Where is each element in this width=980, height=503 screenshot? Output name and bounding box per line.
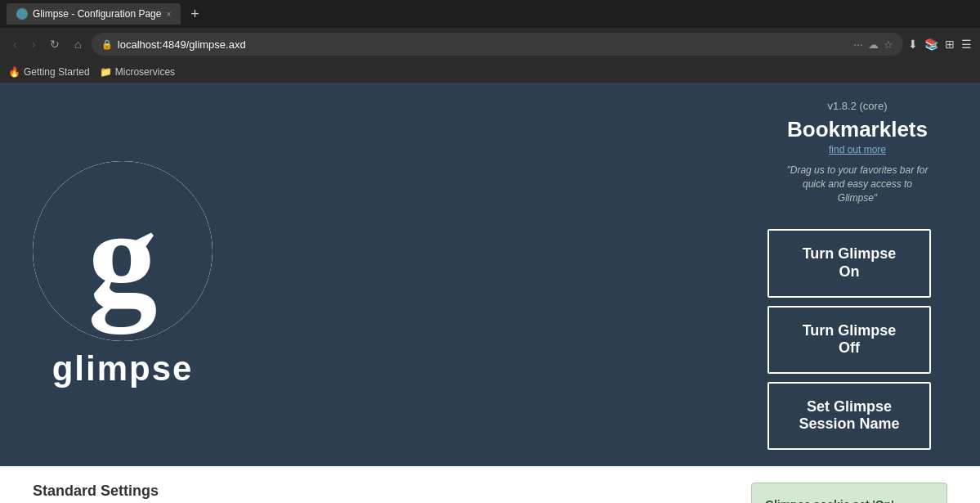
settings-title: Standard Settings bbox=[33, 483, 718, 500]
bookmark-getting-started[interactable]: 🔥 Getting Started bbox=[8, 66, 90, 78]
page-content: g glimpse v1.8.2 (core) Bookmarklets fin… bbox=[0, 83, 980, 503]
forward-button[interactable]: › bbox=[27, 34, 41, 54]
browser-window: Glimpse - Configuration Page × + ‹ › ↻ ⌂… bbox=[0, 0, 980, 503]
tab-close-button[interactable]: × bbox=[166, 10, 171, 19]
bookmarks-bar: 🔥 Getting Started 📁 Microservices bbox=[0, 61, 980, 83]
settings-section: Standard Settings Tabs: Glimpse.AspNet (… bbox=[0, 466, 980, 503]
cookie-notice-title: Glimpse cookie set 'On' bbox=[765, 496, 933, 503]
find-out-more-link[interactable]: find out more bbox=[784, 144, 931, 155]
address-input[interactable] bbox=[118, 38, 849, 51]
bookmarklets-title: Bookmarklets bbox=[784, 117, 931, 142]
cookie-notice: Glimpse cookie set 'On' When you go back… bbox=[751, 483, 947, 503]
logo-text-label: glimpse bbox=[52, 349, 194, 388]
back-button[interactable]: ‹ bbox=[8, 34, 22, 54]
turn-glimpse-on-button[interactable]: Turn GlimpseOn bbox=[767, 229, 931, 297]
address-bar[interactable]: 🔒 ··· ☁ ☆ bbox=[92, 33, 903, 56]
library-button[interactable]: 📚 bbox=[924, 38, 938, 51]
bookmark-star-button[interactable]: ☆ bbox=[884, 38, 893, 51]
hero-right-panel: v1.8.2 (core) Bookmarklets find out more… bbox=[767, 100, 931, 450]
active-tab[interactable]: Glimpse - Configuration Page × bbox=[7, 3, 181, 25]
svg-text:g: g bbox=[88, 181, 158, 335]
set-glimpse-session-name-button[interactable]: Set GlimpseSession Name bbox=[767, 382, 931, 450]
microservices-icon: 📁 bbox=[100, 66, 112, 78]
tab-title: Glimpse - Configuration Page bbox=[33, 8, 161, 20]
nav-bar: ‹ › ↻ ⌂ 🔒 ··· ☁ ☆ ⬇ 📚 ⊞ ☰ bbox=[0, 28, 980, 61]
bookmark-microservices[interactable]: 📁 Microservices bbox=[100, 66, 175, 78]
drag-text: "Drag us to your favorites bar for quick… bbox=[784, 164, 931, 204]
menu-button[interactable]: ☰ bbox=[961, 38, 972, 51]
home-button[interactable]: ⌂ bbox=[69, 34, 86, 54]
standard-settings-panel: Standard Settings Tabs: Glimpse.AspNet (… bbox=[33, 483, 718, 503]
new-tab-button[interactable]: + bbox=[184, 6, 206, 23]
refresh-button[interactable]: ↻ bbox=[45, 34, 65, 54]
getting-started-icon: 🔥 bbox=[8, 66, 20, 78]
hero-section: g glimpse v1.8.2 (core) Bookmarklets fin… bbox=[0, 83, 980, 466]
tab-bar: Glimpse - Configuration Page × + bbox=[0, 0, 980, 28]
hero-logo: g glimpse bbox=[33, 161, 213, 388]
logo-svg: g bbox=[33, 161, 213, 341]
download-button[interactable]: ⬇ bbox=[908, 38, 918, 51]
version-text: v1.8.2 (core) bbox=[784, 100, 931, 112]
bookmarklets-section: v1.8.2 (core) Bookmarklets find out more… bbox=[784, 100, 931, 213]
getting-started-label: Getting Started bbox=[24, 66, 90, 78]
nav-icons-right: ⬇ 📚 ⊞ ☰ bbox=[908, 38, 972, 51]
logo-circle: g bbox=[33, 161, 213, 341]
microservices-label: Microservices bbox=[115, 66, 175, 78]
action-buttons: Turn GlimpseOn Turn GlimpseOff Set Glimp… bbox=[767, 229, 931, 450]
turn-glimpse-off-button[interactable]: Turn GlimpseOff bbox=[767, 306, 931, 374]
lock-icon: 🔒 bbox=[101, 39, 113, 50]
address-more-button[interactable]: ··· bbox=[853, 38, 863, 51]
tab-favicon bbox=[16, 8, 28, 20]
sidebar-button[interactable]: ⊞ bbox=[945, 38, 955, 51]
pocket-button[interactable]: ☁ bbox=[868, 38, 879, 51]
